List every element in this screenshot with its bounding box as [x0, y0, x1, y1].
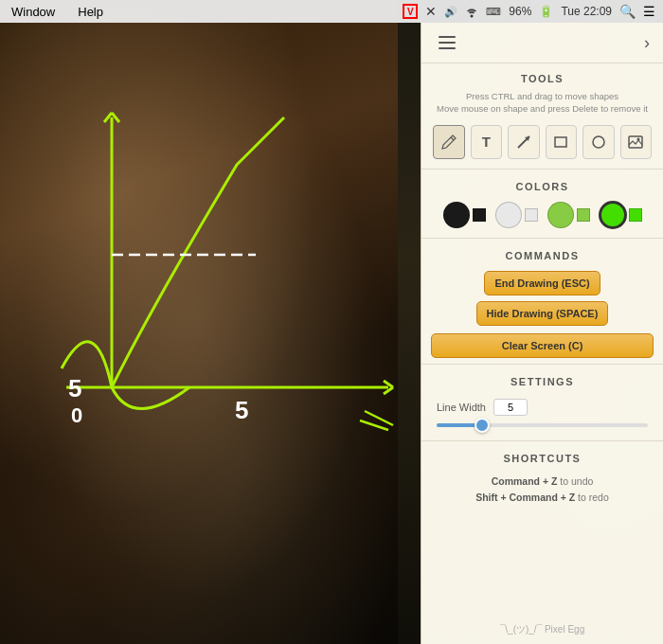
x-icon: ✕	[425, 4, 437, 19]
image-icon	[627, 134, 644, 151]
slider-track[interactable]	[437, 423, 648, 427]
shortcuts-section-title: SHORTCUTS	[421, 443, 663, 470]
battery-percent: 96%	[509, 5, 531, 18]
bright-green-square	[629, 208, 642, 222]
clear-screen-button[interactable]: Clear Screen (C)	[431, 333, 654, 358]
menubar: Window Help V ✕ 🔊 ⌨ 96% 🔋 Tue 22:09 🔍 ☰	[0, 0, 663, 23]
colors-row	[421, 198, 663, 236]
colors-section-title: COLORS	[421, 171, 663, 198]
white-square	[525, 208, 538, 222]
shortcut-undo: Command + Z to undo	[437, 474, 648, 491]
vim-status-icon: V	[403, 4, 418, 19]
end-drawing-button[interactable]: End Drawing (ESC)	[484, 271, 600, 295]
menu-window[interactable]: Window	[8, 3, 59, 21]
tools-subtitle: Press CTRL and drag to move shapes Move …	[421, 90, 663, 121]
svg-point-18	[637, 137, 640, 140]
line-width-value[interactable]: 5	[493, 399, 528, 416]
panel-forward-button[interactable]: ›	[644, 33, 650, 53]
commands-section-title: COMMANDS	[421, 241, 663, 267]
tool-circle[interactable]	[582, 125, 615, 159]
panel-header: ›	[421, 23, 663, 63]
tool-image[interactable]	[620, 125, 653, 159]
slider-fill	[437, 423, 479, 427]
keyboard-icon: ⌨	[486, 6, 501, 18]
tools-panel: › TOOLS Press CTRL and drag to move shap…	[421, 23, 663, 644]
settings-content: Line Width 5	[421, 393, 663, 438]
datetime: Tue 22:09	[561, 5, 612, 18]
panel-menu-button[interactable]	[435, 32, 459, 53]
volume-icon: 🔊	[444, 6, 457, 18]
hamburger-menu-icon[interactable]: ☰	[643, 4, 655, 19]
shortcut-redo-label: to redo	[578, 492, 609, 503]
bg-art-left	[0, 0, 398, 644]
settings-section-title: SETTINGS	[421, 367, 663, 393]
circle-icon	[590, 134, 607, 151]
shortcuts-content: Command + Z to undo Shift + Command + Z …	[421, 470, 663, 511]
search-icon[interactable]: 🔍	[619, 4, 636, 19]
color-white[interactable]	[495, 202, 538, 228]
shortcut-undo-label: to undo	[560, 475, 593, 487]
tool-rect[interactable]	[546, 125, 578, 159]
tool-line[interactable]	[508, 125, 540, 159]
tools-section-title: TOOLS	[421, 63, 663, 90]
shortcut-redo-keys: Shift + Command + Z	[475, 492, 575, 503]
divider-1	[421, 169, 663, 170]
line-width-row: Line Width 5	[437, 399, 648, 416]
color-light-green[interactable]	[547, 202, 590, 228]
bright-green-circle	[600, 202, 626, 228]
svg-rect-15	[555, 137, 566, 147]
divider-3	[421, 364, 663, 365]
light-green-circle	[547, 202, 574, 228]
divider-4	[421, 440, 663, 441]
battery-icon: 🔋	[539, 5, 553, 18]
panel-footer: ¯\_(ツ)_/¯ Pixel Egg	[421, 616, 663, 644]
menubar-left: Window Help	[8, 3, 107, 21]
line-width-slider-container	[437, 423, 648, 433]
text-icon: T	[482, 134, 491, 150]
color-black[interactable]	[443, 202, 486, 228]
divider-2	[421, 238, 663, 239]
black-square	[473, 208, 486, 222]
shortcut-undo-keys: Command + Z	[492, 475, 558, 487]
tool-text[interactable]: T	[471, 125, 503, 159]
menu-help[interactable]: Help	[74, 3, 107, 21]
white-circle	[495, 202, 522, 228]
pen-icon	[440, 134, 457, 151]
menubar-right: V ✕ 🔊 ⌨ 96% 🔋 Tue 22:09 🔍 ☰	[403, 4, 655, 19]
wifi-icon	[465, 5, 478, 18]
shortcut-redo: Shift + Command + Z to redo	[437, 490, 648, 507]
hide-drawing-button[interactable]: Hide Drawing (SPACE)	[476, 301, 609, 326]
tool-pen[interactable]	[433, 125, 465, 159]
line-width-label: Line Width	[437, 402, 486, 413]
svg-point-16	[593, 136, 604, 148]
black-circle	[443, 202, 470, 228]
slider-thumb[interactable]	[475, 418, 490, 433]
commands-row: End Drawing (ESC) Hide Drawing (SPACE)	[421, 267, 663, 330]
tools-row: T	[421, 121, 663, 167]
light-green-square	[577, 208, 590, 222]
line-icon	[515, 134, 532, 151]
rect-icon	[552, 134, 569, 151]
svg-point-12	[471, 15, 474, 18]
color-bright-green[interactable]	[600, 202, 642, 228]
